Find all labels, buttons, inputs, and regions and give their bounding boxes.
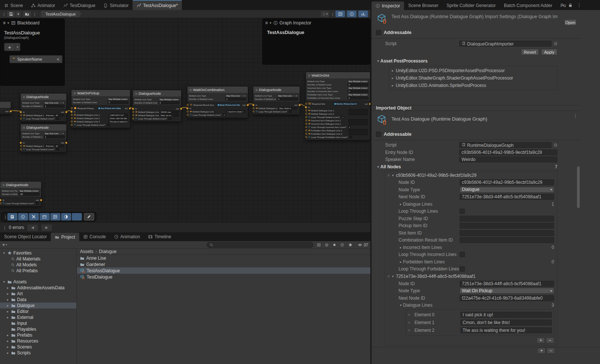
node-line-field[interactable]: I need my meat :) <box>226 110 246 113</box>
port-dot[interactable] <box>305 113 307 115</box>
drag-handle-icon[interactable]: = <box>408 313 412 317</box>
node-number-field[interactable]: 2 <box>159 101 180 104</box>
port-dot[interactable] <box>187 114 189 116</box>
output-port[interactable] <box>247 104 249 106</box>
graph-options-button[interactable]: ⋮▾ <box>320 11 329 17</box>
output-port[interactable] <box>299 104 301 106</box>
foldout-arrow-icon[interactable]: ▸ <box>6 286 10 290</box>
remove-element-button[interactable]: − <box>546 337 554 343</box>
toolbar-drag-handle-icon[interactable]: || <box>3 12 4 16</box>
graph-node-waitoncombination[interactable]: ≡WaitOnCombinationDefault Line TypeSay O… <box>187 86 248 118</box>
project-file-testassdialogue[interactable]: {}TestAssDialogue <box>77 267 370 274</box>
node-line-field[interactable]: Post boy... W <box>45 114 64 117</box>
port-dot[interactable] <box>132 114 134 116</box>
alert-icon[interactable] <box>340 243 344 247</box>
property-field[interactable]: Weirdo <box>459 156 557 162</box>
port-dot[interactable] <box>305 136 307 138</box>
editor-tab-testassdialogue-[interactable]: TestAssDialogue* <box>133 0 182 10</box>
element-field[interactable]: Cmon, don't be like this! <box>460 320 552 326</box>
node-number-field[interactable]: 2 <box>347 97 369 100</box>
node-title[interactable]: ≡DialogueNode <box>0 182 41 188</box>
inspector-tab-scene-browser[interactable]: Scene Browser <box>404 1 442 10</box>
property-field[interactable]: f22a475e-4c2f-41c6-9b73-6a83498abfe0 <box>460 295 554 301</box>
node-checkbox[interactable]: ✓ <box>341 116 344 118</box>
add-node-button[interactable]: + <box>537 348 546 354</box>
port-dot[interactable] <box>20 148 22 150</box>
foldout-arrow-icon[interactable]: ▾ <box>376 165 380 169</box>
port-dot[interactable] <box>305 119 307 121</box>
graph-node-dialoguenode[interactable]: ≡DialogueNodeDefault Line TypeSay One Li… <box>20 93 67 122</box>
element-field[interactable]: I said pick it up! <box>460 312 552 318</box>
open-asset-button[interactable]: Open <box>564 19 577 26</box>
foldout-arrow-icon[interactable]: ▸ <box>6 345 10 349</box>
node-checkbox[interactable] <box>350 136 352 138</box>
editor-tab-testdialogue[interactable]: TestDialogue <box>59 1 99 10</box>
tab-scroll-right-icon[interactable]: › <box>562 3 564 8</box>
property-checkbox[interactable] <box>460 252 465 257</box>
assets-root[interactable]: ▾Assets <box>0 279 76 285</box>
graph-inspector-panel[interactable]: ≡ ▾ Graph Inspector TestAssDialogue <box>262 18 370 65</box>
graph-breadcrumb[interactable]: TestAssDialogue <box>41 11 81 17</box>
property-checkbox[interactable] <box>460 266 465 272</box>
floatbar-drag-handle-icon[interactable]: || <box>5 215 6 219</box>
doc-toggle-button[interactable] <box>7 213 17 220</box>
node-dropdown[interactable]: Say Multiple Lines▾ <box>19 189 40 192</box>
foldout-arrow-icon[interactable]: ▸ <box>6 339 10 343</box>
port-dot[interactable] <box>305 123 307 125</box>
foldout-arrow-icon[interactable]: ▸ <box>6 310 10 313</box>
drag-handle-icon[interactable]: = <box>408 328 412 333</box>
tree-folder-addressableassetsdata[interactable]: ▸AddressableAssetsData <box>0 285 76 291</box>
postprocessor-item[interactable]: ▸UnityEditor.U2D.PSD.PSDImporterAssetPos… <box>389 67 557 74</box>
blackboard-panel[interactable]: ≡ ▾ Blackboard TestAssDialogue (Dialogue… <box>0 18 65 86</box>
node-checkbox[interactable]: ✓ <box>348 126 351 128</box>
output-port[interactable] <box>180 108 182 110</box>
collapse-arrow-icon[interactable]: ▾ <box>7 21 9 25</box>
drag-handle-icon[interactable]: = <box>408 320 412 325</box>
node-checkbox[interactable] <box>289 110 291 113</box>
foldout-arrow-icon[interactable]: ▾ <box>376 59 380 63</box>
node-number-field[interactable]: 1 <box>277 98 298 101</box>
record-icon[interactable] <box>333 243 336 247</box>
foldout-arrow-icon[interactable]: ▸ <box>392 84 394 87</box>
inspector-tab-inspector[interactable]: Inspector <box>371 1 404 10</box>
node-number-field[interactable]: 3 <box>107 101 129 104</box>
node-dropdown[interactable]: Say Multiple Lines▾ <box>347 93 369 96</box>
window-tab-animation[interactable]: Animation <box>110 232 144 241</box>
node-line-field[interactable] <box>349 122 368 125</box>
node-object-field[interactable]: Meat (Pickup Item Data)⊙ <box>217 104 240 106</box>
node-dropdown[interactable]: Say One Line▾ <box>44 132 65 135</box>
node-title[interactable]: ≡DialogueNode <box>133 90 181 97</box>
port-dot[interactable] <box>253 111 254 112</box>
node-number-field[interactable]: 1 <box>44 105 65 108</box>
node-entry-header[interactable]: =▾c93b5606-401f-49a2-99b5-9ecbf1fa9c29 <box>384 172 557 179</box>
errors-drag-handle-icon[interactable]: || <box>4 225 5 230</box>
search-window-icon[interactable] <box>317 243 321 247</box>
foldout-arrow-icon[interactable]: ▸ <box>392 69 394 73</box>
favorite-item[interactable]: All Models <box>0 262 76 268</box>
port-dot[interactable] <box>20 114 22 116</box>
node-number-field[interactable]: -55 <box>19 193 40 196</box>
postprocessor-item[interactable]: ▸UnityEditor.ShaderGraph.ShaderGraphAsse… <box>389 74 557 82</box>
node-title[interactable]: ≡WaitOnCombination <box>187 87 248 93</box>
node-line-field[interactable]: Ohhhh yea, <box>160 111 179 113</box>
node-line-field[interactable] <box>349 132 368 135</box>
port-dot[interactable] <box>187 111 189 112</box>
property-field[interactable]: 7251e73e-38d3-44ff-a8c5-bcf54088aaf1 <box>460 281 554 287</box>
next-error-button[interactable]: ▶ <box>41 224 52 231</box>
input-port[interactable] <box>305 106 307 108</box>
foldout-arrow-icon[interactable]: ▾ <box>2 251 6 255</box>
tree-folder-resources[interactable]: ▸Resources <box>0 338 76 344</box>
node-dropdown[interactable]: Say Multiple Lines▾ <box>347 80 369 83</box>
node-line-field[interactable] <box>349 119 368 122</box>
output-port[interactable] <box>65 142 67 144</box>
add-element-button[interactable]: + <box>537 337 545 343</box>
all-nodes-foldout[interactable]: ▾All Nodes7 <box>376 163 581 171</box>
script-field[interactable]: RuntimeDialogueGraph <box>459 142 551 148</box>
node-line-field[interactable]: Nice, that's it <box>278 107 297 109</box>
node-line-field[interactable] <box>349 109 368 112</box>
halfmoon-toggle-button[interactable] <box>61 213 71 220</box>
lock-icon[interactable] <box>568 3 573 7</box>
more-toggle-button[interactable] <box>72 213 82 220</box>
node-dropdown[interactable]: Say One Line▾ <box>277 94 298 97</box>
output-port[interactable] <box>129 107 131 109</box>
